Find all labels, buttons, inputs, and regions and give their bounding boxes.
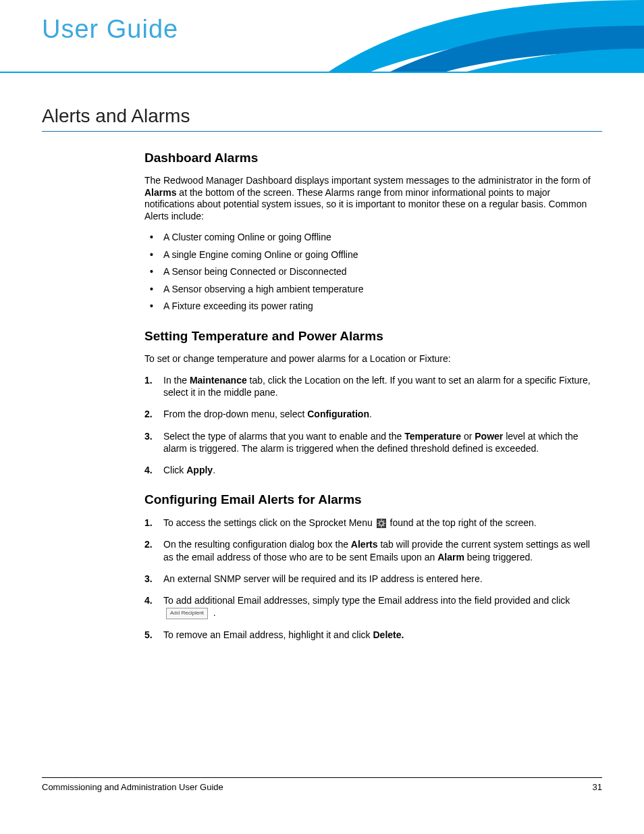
text: found at the top right of the screen. bbox=[387, 517, 537, 528]
text: being triggered. bbox=[464, 552, 533, 563]
step-item: Select the type of alarms that you want … bbox=[144, 430, 602, 454]
steps-setting-alarms: In the Maintenance tab, click the Locati… bbox=[144, 374, 602, 476]
steps-email-alerts: To access the settings click on the Spro… bbox=[144, 517, 602, 641]
step-item: To add additional Email addresses, simpl… bbox=[144, 594, 602, 619]
text: To remove an Email address, highlight it… bbox=[163, 629, 373, 640]
list-item: A single Engine coming Online or going O… bbox=[144, 249, 602, 261]
list-item: A Sensor observing a high ambient temper… bbox=[144, 284, 602, 296]
bold-alarms: Alarms bbox=[144, 187, 176, 198]
step-item: To remove an Email address, highlight it… bbox=[144, 629, 602, 641]
alerts-bullet-list: A Cluster coming Online or going Offline… bbox=[144, 232, 602, 313]
step-item: To access the settings click on the Spro… bbox=[144, 517, 602, 529]
svg-line-5 bbox=[378, 521, 379, 521]
bold-temperature: Temperature bbox=[404, 431, 461, 442]
header-title: User Guide bbox=[42, 15, 178, 44]
bold-apply: Apply bbox=[186, 465, 213, 475]
bold-maintenance: Maintenance bbox=[190, 375, 247, 386]
intro-paragraph: To set or change temperature and power a… bbox=[144, 353, 602, 365]
heading-dashboard-alarms: Dashboard Alarms bbox=[144, 151, 602, 165]
svg-line-8 bbox=[383, 521, 383, 521]
step-item: In the Maintenance tab, click the Locati… bbox=[144, 374, 602, 398]
step-item: From the drop-down menu, select Configur… bbox=[144, 408, 602, 420]
step-item: An external SNMP server will be required… bbox=[144, 573, 602, 585]
list-item: A Cluster coming Online or going Offline bbox=[144, 232, 602, 244]
bold-configuration: Configuration bbox=[307, 409, 369, 419]
page-title: Alerts and Alarms bbox=[42, 105, 602, 132]
text: Click bbox=[163, 465, 186, 475]
bold-power: Power bbox=[475, 431, 503, 442]
heading-email-alerts: Configuring Email Alerts for Alarms bbox=[144, 492, 602, 507]
page-footer: Commissioning and Administration User Gu… bbox=[42, 777, 602, 792]
intro-paragraph: The Redwood Manager Dashboard displays i… bbox=[144, 175, 602, 222]
list-item: A Fixture exceeding its power rating bbox=[144, 301, 602, 313]
page-number: 31 bbox=[593, 782, 602, 792]
text: . bbox=[369, 409, 372, 419]
svg-point-0 bbox=[379, 521, 383, 525]
list-item: A Sensor being Connected or Disconnected bbox=[144, 266, 602, 278]
section-dashboard-alarms: Dashboard Alarms The Redwood Manager Das… bbox=[144, 151, 602, 641]
step-item: Click Apply. bbox=[144, 464, 602, 476]
text: . bbox=[211, 607, 216, 618]
svg-line-7 bbox=[378, 525, 379, 526]
text: To add additional Email addresses, simpl… bbox=[163, 595, 570, 606]
svg-line-6 bbox=[383, 525, 383, 526]
step-item: On the resulting configuration dialog bo… bbox=[144, 538, 602, 563]
text: From the drop-down menu, select bbox=[163, 409, 307, 419]
footer-title: Commissioning and Administration User Gu… bbox=[42, 782, 223, 792]
text: at the bottom of the screen. These Alarm… bbox=[144, 187, 587, 221]
bold-delete: Delete. bbox=[373, 629, 404, 640]
text: In the bbox=[163, 375, 190, 386]
text: On the resulting configuration dialog bo… bbox=[163, 539, 351, 550]
heading-setting-alarms: Setting Temperature and Power Alarms bbox=[144, 329, 602, 344]
page-content: Alerts and Alarms Dashboard Alarms The R… bbox=[0, 73, 644, 641]
bold-alarm: Alarm bbox=[437, 552, 464, 563]
text: The Redwood Manager Dashboard displays i… bbox=[144, 175, 591, 186]
text: . bbox=[213, 465, 215, 475]
header-swoosh-graphic bbox=[327, 0, 644, 73]
text: To access the settings click on the Spro… bbox=[163, 517, 375, 528]
text: Select the type of alarms that you want … bbox=[163, 431, 404, 442]
page-header: User Guide bbox=[0, 0, 644, 73]
sprocket-icon bbox=[377, 519, 386, 528]
add-recipient-button: Add Recipient bbox=[166, 608, 208, 619]
text: or bbox=[461, 431, 475, 442]
bold-alerts: Alerts bbox=[351, 539, 378, 550]
